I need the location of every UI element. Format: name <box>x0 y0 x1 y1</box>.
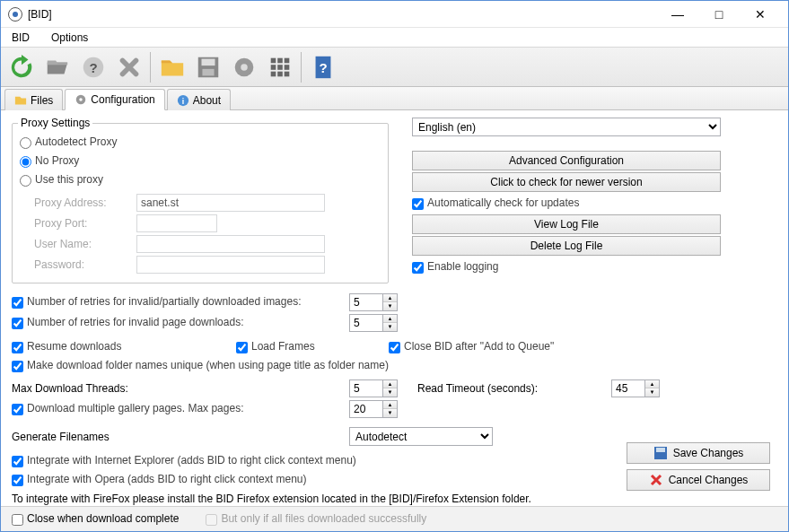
check-version-button[interactable]: Click to check for newer version <box>412 172 721 192</box>
maximize-button[interactable]: □ <box>698 1 740 28</box>
toolbar: ? ? <box>1 48 788 87</box>
grid-button[interactable] <box>263 50 297 84</box>
retries-images-checkbox[interactable]: Number of retries for invalid/partially … <box>12 295 344 308</box>
tab-about-label: About <box>193 94 221 107</box>
svg-rect-23 <box>656 448 665 452</box>
statusbar: Close when download complete But only if… <box>1 506 788 531</box>
svg-text:i: i <box>182 96 184 105</box>
auto-check-updates-checkbox[interactable]: Automatically check for updates <box>412 196 579 209</box>
configuration-panel: Proxy Settings Autodetect Proxy No Proxy… <box>1 110 788 507</box>
enable-logging-checkbox[interactable]: Enable logging <box>412 260 498 273</box>
integrate-opera-checkbox[interactable]: Integrate with Opera (adds BID to right … <box>12 473 306 485</box>
unique-folder-checkbox[interactable]: Make download folder names unique (when … <box>12 359 389 371</box>
svg-text:?: ? <box>89 59 97 74</box>
cancel-icon <box>649 473 663 487</box>
read-timeout-spinner[interactable]: ▲▼ <box>611 379 660 397</box>
generate-filenames-label: Generate Filenames <box>12 431 344 443</box>
folder-button[interactable] <box>155 50 189 84</box>
proxy-address-label: Proxy Address: <box>20 196 127 209</box>
max-threads-spinner[interactable]: ▲▼ <box>349 379 398 397</box>
minimize-button[interactable]: — <box>657 1 698 28</box>
tab-files[interactable]: Files <box>4 89 63 110</box>
retries-images-spinner[interactable]: ▲▼ <box>349 293 398 311</box>
tab-files-label: Files <box>31 94 53 107</box>
svg-rect-12 <box>285 65 290 70</box>
help-button[interactable]: ? <box>76 50 110 84</box>
read-timeout-label: Read Timeout (seconds): <box>417 382 606 395</box>
radio-use-this-proxy[interactable]: Use this proxy <box>20 173 103 186</box>
multi-gallery-checkbox[interactable]: Download multiple gallery pages. Max pag… <box>12 402 344 414</box>
svg-rect-15 <box>285 71 290 76</box>
proxy-password-input[interactable] <box>136 256 325 274</box>
svg-rect-7 <box>271 57 276 63</box>
svg-rect-4 <box>202 68 214 75</box>
proxy-password-label: Password: <box>20 258 127 271</box>
proxy-port-input[interactable] <box>136 214 217 232</box>
window-title: [BID] <box>28 8 52 21</box>
close-when-complete-checkbox[interactable]: Close when download complete <box>12 512 179 525</box>
save-icon <box>653 446 668 460</box>
language-select[interactable]: English (en) <box>412 118 721 136</box>
load-frames-checkbox[interactable]: Load Frames <box>236 340 389 353</box>
proxy-user-label: User Name: <box>20 238 127 250</box>
proxy-address-input[interactable] <box>136 194 325 212</box>
view-log-button[interactable]: View Log File <box>412 214 721 234</box>
info-icon: i <box>177 94 189 107</box>
right-column: English (en) Advanced Configuration Clic… <box>412 118 762 278</box>
info-button[interactable]: ? <box>306 50 340 84</box>
titlebar: [BID] — □ ✕ <box>1 1 788 28</box>
svg-rect-8 <box>277 57 283 63</box>
save-disk-button[interactable] <box>191 50 225 84</box>
proxy-port-label: Proxy Port: <box>20 217 127 230</box>
cancel-changes-button[interactable]: Cancel Changes <box>627 469 770 491</box>
close-button[interactable]: ✕ <box>740 1 781 28</box>
menubar: BID Options <box>1 28 788 48</box>
delete-log-button[interactable]: Delete Log File <box>412 236 721 256</box>
gear-icon <box>75 93 87 106</box>
close-after-queue-checkbox[interactable]: Close BID after "Add to Queue" <box>389 340 554 353</box>
svg-rect-11 <box>277 65 283 70</box>
tab-configuration-label: Configuration <box>91 93 154 106</box>
proxy-settings-group: Proxy Settings Autodetect Proxy No Proxy… <box>12 123 389 283</box>
tabbar: Files Configuration i About <box>1 87 788 110</box>
refresh-button[interactable] <box>4 50 39 84</box>
proxy-user-input[interactable] <box>136 235 325 253</box>
tab-configuration[interactable]: Configuration <box>65 89 164 110</box>
svg-rect-10 <box>271 65 276 70</box>
integrate-ie-checkbox[interactable]: Integrate with Internet Explorer (adds B… <box>12 454 356 467</box>
multi-gallery-spinner[interactable]: ▲▼ <box>349 400 398 418</box>
retries-pages-checkbox[interactable]: Number of retries for invalid page downl… <box>12 316 344 328</box>
tab-about[interactable]: i About <box>167 89 231 110</box>
folder-icon <box>14 94 27 107</box>
svg-rect-3 <box>202 58 215 65</box>
svg-point-6 <box>241 64 248 71</box>
radio-autodetect-proxy[interactable]: Autodetect Proxy <box>20 135 117 148</box>
radio-no-proxy[interactable]: No Proxy <box>20 154 79 167</box>
svg-rect-9 <box>285 57 290 63</box>
retries-pages-spinner[interactable]: ▲▼ <box>349 314 398 332</box>
settings-gear-button[interactable] <box>227 50 261 84</box>
menu-bid[interactable]: BID <box>8 30 33 45</box>
proxy-group-label: Proxy Settings <box>18 117 92 129</box>
generate-filenames-select[interactable]: Autodetect <box>349 427 493 446</box>
open-folder-button[interactable] <box>40 50 75 84</box>
advanced-config-button[interactable]: Advanced Configuration <box>412 151 721 170</box>
resume-downloads-checkbox[interactable]: Resume downloads <box>12 340 236 353</box>
svg-point-19 <box>80 98 83 101</box>
firefox-note: To integrate with FireFox please install… <box>12 493 531 505</box>
svg-rect-14 <box>277 71 283 76</box>
max-threads-label: Max Download Threads: <box>12 382 344 395</box>
svg-rect-13 <box>271 71 276 76</box>
menu-options[interactable]: Options <box>48 30 92 45</box>
only-if-success-checkbox[interactable]: But only if all files downloaded success… <box>206 512 426 525</box>
svg-text:?: ? <box>319 59 327 74</box>
app-icon <box>8 7 22 22</box>
save-changes-button[interactable]: Save Changes <box>627 442 770 464</box>
delete-button[interactable] <box>112 50 146 84</box>
